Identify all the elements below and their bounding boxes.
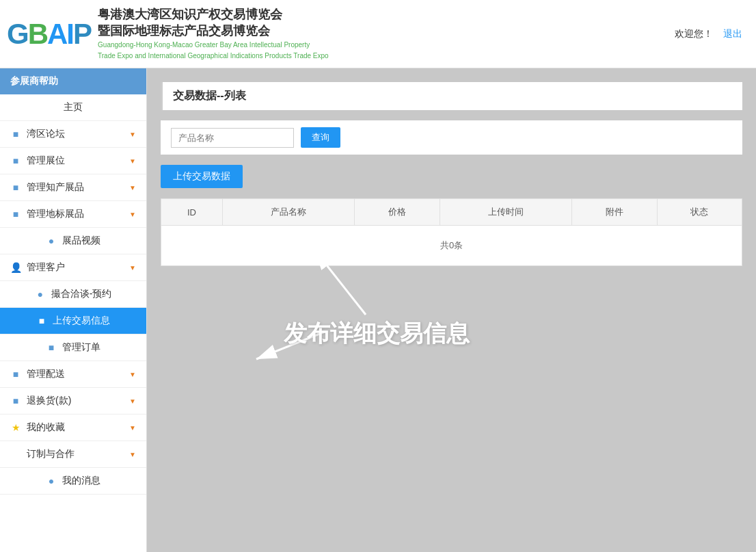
sidebar-favorites-label: 我的收藏 [27, 421, 65, 434]
sidebar-upload-trade-label: 上传交易信息 [53, 315, 110, 327]
favorites-arrow: ▼ [129, 424, 136, 432]
sidebar-item-left: ★ 我的收藏 [10, 421, 65, 434]
sidebar-manage-customer-label: 管理客户 [27, 261, 65, 274]
sidebar-item-manage-delivery[interactable]: ■ 管理配送 ▼ [0, 361, 146, 388]
header-title-en-line2: Trade Expo and International Geographica… [98, 51, 329, 61]
sidebar-item-video[interactable]: ● 展品视频 [0, 228, 146, 254]
upload-trade-data-button[interactable]: 上传交易数据 [161, 165, 243, 188]
sidebar-meeting-label: 撮合洽谈-预约 [51, 288, 112, 300]
manage-customer-icon: 👤 [10, 262, 21, 273]
logo-b: B [28, 18, 47, 51]
sidebar-title: 参展商帮助 [0, 68, 146, 94]
logo-i: I [66, 18, 73, 51]
sidebar-manage-booth-label: 管理展位 [27, 155, 65, 167]
page-title: 交易数据--列表 [161, 82, 742, 110]
sidebar-item-manage-booth[interactable]: ■ 管理展位 ▼ [0, 148, 146, 174]
logo-p: P [73, 18, 91, 51]
manage-booth-icon: ■ [10, 155, 21, 166]
sidebar-video-label: 展品视频 [62, 235, 100, 247]
data-table: ID 产品名称 价格 上传时间 附件 状态 共0条 [161, 198, 742, 266]
message-icon: ● [46, 475, 57, 486]
sidebar-item-left: 👤 管理客户 [10, 261, 65, 274]
logo-a: A [47, 18, 66, 51]
sidebar-item-left: ■ 退换货(款) [10, 395, 71, 407]
sidebar-item-manage-geo[interactable]: ■ 管理地标展品 ▼ [0, 201, 146, 228]
header-title-block: 粤港澳大湾区知识产权交易博览会 暨国际地理标志产品交易博览会 Guangdong… [98, 7, 329, 61]
empty-text: 共0条 [161, 226, 742, 266]
sidebar-manage-delivery-label: 管理配送 [27, 368, 65, 380]
search-input[interactable] [171, 128, 294, 148]
sidebar-item-customize[interactable]: 订制与合作 ▼ [0, 441, 146, 468]
col-upload-time: 上传时间 [440, 199, 571, 226]
col-id: ID [161, 199, 223, 226]
manage-ip-icon: ■ [10, 182, 21, 193]
logo: GBAIP [7, 18, 91, 51]
annotation-text: 发布详细交易信息 [284, 318, 470, 350]
header-right: 欢迎您！ 退出 [675, 28, 742, 40]
sidebar-item-home[interactable]: 主页 [0, 94, 146, 121]
sidebar-item-manage-customer[interactable]: 👤 管理客户 ▼ [0, 254, 146, 281]
sidebar-item-left: ■ 管理配送 [10, 368, 65, 380]
sidebar-item-bay-forum[interactable]: ■ 湾区论坛 ▼ [0, 121, 146, 148]
content-area: 交易数据--列表 查询 上传交易数据 ID 产品名称 价格 上传时间 附件 状态 [147, 68, 756, 552]
data-table-wrapper: ID 产品名称 价格 上传时间 附件 状态 共0条 [161, 198, 742, 266]
header-title-cn-line2: 暨国际地理标志产品交易博览会 [98, 23, 329, 39]
logo-g: G [7, 18, 28, 51]
customize-arrow: ▼ [129, 451, 136, 458]
bay-forum-icon: ■ [10, 129, 21, 140]
manage-ip-arrow: ▼ [129, 184, 136, 192]
manage-order-icon: ■ [46, 342, 57, 353]
sidebar-item-left: ■ 管理展位 [10, 155, 65, 167]
sidebar-home-label: 主页 [64, 101, 83, 114]
return-arrow: ▼ [129, 397, 136, 405]
bay-forum-arrow: ▼ [129, 131, 136, 138]
table-empty-row: 共0条 [161, 226, 742, 266]
sidebar-manage-ip-label: 管理知产展品 [27, 181, 84, 194]
sidebar-item-left: ■ 管理知产展品 [10, 181, 84, 194]
manage-delivery-arrow: ▼ [129, 371, 136, 378]
sidebar-manage-geo-label: 管理地标展品 [27, 208, 84, 220]
sidebar-manage-order-label: 管理订单 [62, 341, 100, 354]
logout-link[interactable]: 退出 [723, 28, 742, 40]
meeting-icon: ● [35, 289, 46, 300]
sidebar-item-left: 订制与合作 [10, 448, 75, 460]
sidebar-customize-label: 订制与合作 [27, 448, 75, 460]
favorites-icon: ★ [10, 422, 21, 433]
manage-delivery-icon: ■ [10, 369, 21, 380]
manage-customer-arrow: ▼ [129, 264, 136, 272]
col-price: 价格 [355, 199, 440, 226]
col-status: 状态 [657, 199, 742, 226]
manage-geo-icon: ■ [10, 209, 21, 220]
main-layout: 参展商帮助 主页 ■ 湾区论坛 ▼ ■ 管理展位 ▼ ■ 管理知产展品 [0, 68, 756, 552]
sidebar-item-return[interactable]: ■ 退换货(款) ▼ [0, 388, 146, 415]
return-icon: ■ [10, 395, 21, 406]
video-icon: ● [46, 235, 57, 246]
header-title-en-line1: Guangdong-Hong Kong-Macao Greater Bay Ar… [98, 40, 329, 50]
search-button[interactable]: 查询 [301, 127, 340, 148]
upload-trade-icon: ■ [36, 315, 47, 326]
welcome-text: 欢迎您！ [675, 28, 713, 40]
sidebar-return-label: 退换货(款) [27, 395, 71, 407]
sidebar-item-manage-ip[interactable]: ■ 管理知产展品 ▼ [0, 174, 146, 201]
svg-line-3 [256, 332, 325, 359]
sidebar-item-manage-order[interactable]: ■ 管理订单 [0, 334, 146, 361]
sidebar-item-favorites[interactable]: ★ 我的收藏 ▼ [0, 415, 146, 441]
header-title-cn-line1: 粤港澳大湾区知识产权交易博览会 [98, 7, 329, 23]
sidebar-bay-forum-label: 湾区论坛 [27, 128, 65, 140]
sidebar-item-left: ■ 管理地标展品 [10, 208, 84, 220]
sidebar-item-meeting[interactable]: ● 撮合洽谈-预约 [0, 281, 146, 308]
header-left: GBAIP 粤港澳大湾区知识产权交易博览会 暨国际地理标志产品交易博览会 Gua… [7, 7, 329, 61]
sidebar: 参展商帮助 主页 ■ 湾区论坛 ▼ ■ 管理展位 ▼ ■ 管理知产展品 [0, 68, 147, 552]
sidebar-item-message[interactable]: ● 我的消息 [0, 468, 146, 495]
col-product-name: 产品名称 [223, 199, 355, 226]
manage-booth-arrow: ▼ [129, 157, 136, 165]
manage-geo-arrow: ▼ [129, 211, 136, 218]
sidebar-item-upload-trade[interactable]: ■ 上传交易信息 [0, 308, 146, 334]
header: GBAIP 粤港澳大湾区知识产权交易博览会 暨国际地理标志产品交易博览会 Gua… [0, 0, 756, 68]
col-attachment: 附件 [572, 199, 657, 226]
sidebar-item-left: ■ 湾区论坛 [10, 128, 65, 140]
sidebar-message-label: 我的消息 [62, 475, 100, 487]
search-bar: 查询 [161, 120, 742, 155]
